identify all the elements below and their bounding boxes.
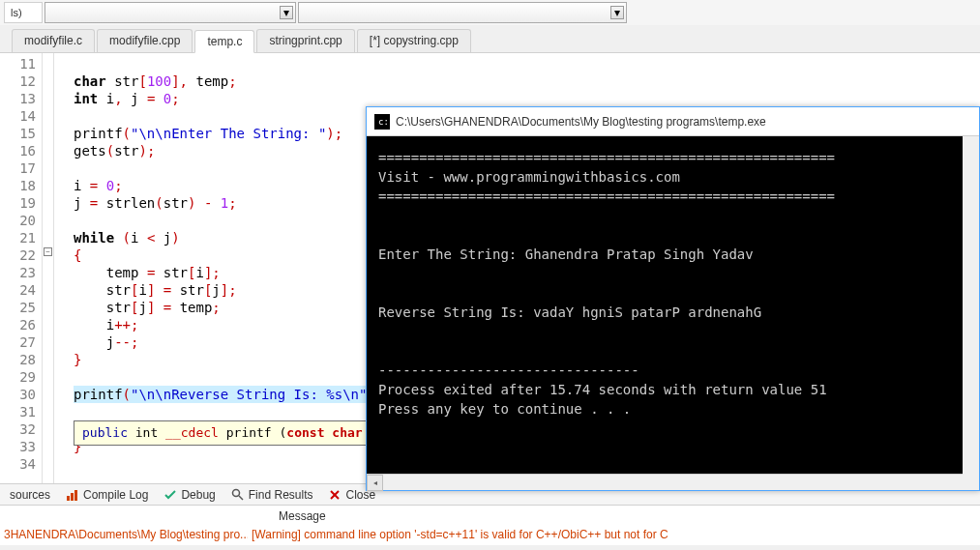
tab-modifyfile-cpp[interactable]: modifyfile.cpp <box>97 29 193 52</box>
tab-modifyfile-c[interactable]: modifyfile.c <box>12 29 95 52</box>
tab-stringprint-cpp[interactable]: stringprint.cpp <box>256 29 354 52</box>
svg-point-5 <box>232 489 239 496</box>
console-window[interactable]: c: C:\Users\GHANENDRA\Documents\My Blog\… <box>366 106 980 491</box>
line-number-gutter: 111213 141516 171819 202122 232425 26272… <box>0 53 43 483</box>
chevron-down-icon: ▾ <box>610 6 624 19</box>
svg-rect-3 <box>71 493 74 501</box>
svg-text:c:: c: <box>378 117 388 127</box>
svg-line-6 <box>239 496 243 500</box>
fold-minus-icon[interactable]: − <box>44 247 52 256</box>
intellisense-tooltip: public int __cdecl printf (const char * <box>74 420 386 446</box>
tab-compile-log[interactable]: Compile Log <box>58 486 156 504</box>
globals-field: ls) <box>4 2 43 23</box>
console-titlebar[interactable]: c: C:\Users\GHANENDRA\Documents\My Blog\… <box>367 107 979 136</box>
status-bar: 3HANENDRA\Documents\My Blog\testing pro.… <box>0 526 980 545</box>
file-tabs: modifyfile.c modifyfile.cpp temp.c strin… <box>0 25 980 53</box>
member-dropdown[interactable]: ▾ <box>298 2 627 23</box>
close-icon <box>328 488 342 502</box>
check-icon <box>163 488 177 502</box>
status-file-path: 3HANENDRA\Documents\My Blog\testing pro.… <box>0 526 248 545</box>
chevron-down-icon: ▾ <box>280 6 293 19</box>
class-dropdown[interactable]: ▾ <box>45 2 296 23</box>
tab-sources[interactable]: sources <box>2 486 58 504</box>
tab-copystring-cpp[interactable]: [*] copystring.cpp <box>357 29 471 52</box>
search-icon <box>231 488 245 502</box>
console-title: C:\Users\GHANENDRA\Documents\My Blog\tes… <box>396 115 766 129</box>
top-toolbar: ls) ▾ ▾ <box>0 0 980 25</box>
svg-rect-4 <box>74 490 77 501</box>
scroll-left-icon[interactable]: ◂ <box>367 475 383 491</box>
message-header: Message <box>0 505 980 526</box>
console-horizontal-scrollbar[interactable]: ◂ <box>367 474 963 490</box>
tab-find-results[interactable]: Find Results <box>223 486 321 504</box>
chart-icon <box>66 488 79 502</box>
console-vertical-scrollbar[interactable] <box>963 136 979 490</box>
terminal-icon: c: <box>374 114 390 130</box>
fold-gutter: − <box>43 53 54 483</box>
svg-rect-2 <box>67 496 70 501</box>
tab-debug[interactable]: Debug <box>156 486 223 504</box>
console-output: ========================================… <box>367 136 979 430</box>
status-warning: [Warning] command line option '-std=c++1… <box>248 526 980 545</box>
tab-temp-c[interactable]: temp.c <box>194 30 254 53</box>
